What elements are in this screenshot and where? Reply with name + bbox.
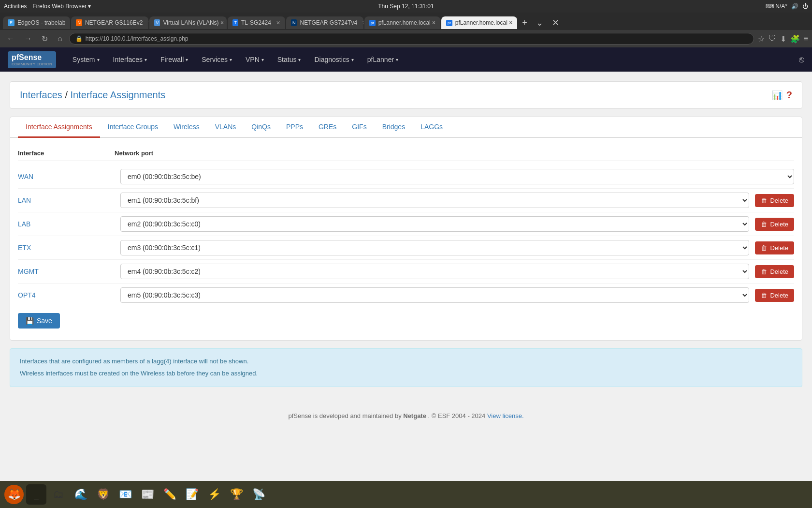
secure-icon: 🔒 xyxy=(75,35,83,42)
chart-icon[interactable]: 📊 xyxy=(772,90,783,101)
new-tab-button[interactable]: + xyxy=(518,16,531,30)
activities-label[interactable]: Activities xyxy=(4,3,27,10)
nav-menu: System ▾ Interfaces ▾ Firewall ▾ Service… xyxy=(66,47,405,72)
tab-gifs[interactable]: GIFs xyxy=(344,117,374,138)
tab-bridges[interactable]: Bridges xyxy=(375,117,413,138)
port-select-wan[interactable]: em0 (00:90:0b:3c:5c:be) em1 (00:90:0b:3c… xyxy=(120,169,794,184)
tab-favicon-pflanner2: pf xyxy=(446,20,452,26)
shield-icon[interactable]: 🛡 xyxy=(768,34,776,43)
nav-system[interactable]: System ▾ xyxy=(66,47,106,72)
footer-license-link[interactable]: View license. xyxy=(487,412,524,419)
logo-sub: COMMUNITY EDITION xyxy=(12,62,52,66)
os-bar-left: Activities Firefox Web Browser ▾ xyxy=(4,3,91,10)
tab-label-tlsg: TL-SG2424 xyxy=(241,19,271,26)
nav-interfaces[interactable]: Interfaces ▾ xyxy=(106,47,154,72)
tab-edgeos[interactable]: E EdgeOS - trabelab xyxy=(3,16,70,29)
tab-pflanner1[interactable]: pf pfLanner.home.local × xyxy=(364,16,440,29)
nav-pflanner[interactable]: pfLanner ▾ xyxy=(361,47,405,72)
port-select-lan[interactable]: em0 (00:90:0b:3c:5c:be) em1 (00:90:0b:3c… xyxy=(120,193,749,208)
footer-company: Netgate xyxy=(403,412,426,419)
tab-favicon-netgear1: N xyxy=(76,19,82,26)
tab-close-netgear1[interactable]: ✕ xyxy=(147,20,148,26)
tab-gres[interactable]: GREs xyxy=(311,117,344,138)
keyboard-indicator: ⌨ N/A° xyxy=(766,3,787,10)
tab-favicon-vlans: V xyxy=(154,19,160,26)
footer-brand: pfSense xyxy=(288,412,311,419)
power-icon[interactable]: ⏻ xyxy=(802,3,808,10)
logout-icon[interactable]: ⎋ xyxy=(799,55,804,65)
footer-copyright: . © ESF 2004 - 2024 xyxy=(428,412,487,419)
tab-laggs[interactable]: LAGGs xyxy=(413,117,450,138)
table-row: WAN em0 (00:90:0b:3c:5c:be) em1 (00:90:0… xyxy=(18,165,794,189)
nav-services[interactable]: Services ▾ xyxy=(195,47,239,72)
delete-label: Delete xyxy=(770,244,788,252)
delete-button-opt4[interactable]: 🗑 Delete xyxy=(755,289,794,302)
nav-vpn[interactable]: VPN ▾ xyxy=(239,47,271,72)
trash-icon: 🗑 xyxy=(761,244,767,252)
nav-diagnostics[interactable]: Diagnostics ▾ xyxy=(307,47,360,72)
delete-button-lab[interactable]: 🗑 Delete xyxy=(755,218,794,231)
tab-label-netgear2: NETGEAR GS724Tv4 xyxy=(300,19,357,26)
port-select-opt4[interactable]: em0 (00:90:0b:3c:5c:be) em1 (00:90:0b:3c… xyxy=(120,287,749,303)
tab-qinqs[interactable]: QinQs xyxy=(244,117,278,138)
chevron-down-icon: ▾ xyxy=(298,57,301,62)
forward-button[interactable]: → xyxy=(21,33,35,44)
chevron-down-icon: ▾ xyxy=(396,57,398,62)
volume-icon[interactable]: 🔊 xyxy=(791,3,798,10)
bookmark-icon[interactable]: ☆ xyxy=(758,34,765,44)
chevron-down-icon: ▾ xyxy=(230,57,232,62)
tab-ppps[interactable]: PPPs xyxy=(278,117,311,138)
tab-interface-groups[interactable]: Interface Groups xyxy=(100,117,166,138)
tab-label-pflanner1: pfLanner.home.local × xyxy=(378,19,435,26)
nav-bar: ← → ↻ ⌂ 🔒 https://10.100.0.1/interfaces_… xyxy=(0,30,812,47)
tab-close-tlsg[interactable]: ✕ xyxy=(276,20,280,26)
tab-vlans[interactable]: V Virtual LANs (VLANs) × xyxy=(149,16,227,29)
logo-text: pfSense xyxy=(12,53,52,62)
interface-name-lab: LAB xyxy=(18,220,115,228)
nav-status[interactable]: Status ▾ xyxy=(271,47,308,72)
os-bar-right: ⌨ N/A° 🔊 ⏻ xyxy=(766,3,808,10)
help-icon[interactable]: ? xyxy=(786,90,792,101)
nav-firewall[interactable]: Firewall ▾ xyxy=(154,47,195,72)
tab-netgear1[interactable]: N NETGEAR GS116Ev2 ✕ xyxy=(71,16,148,29)
os-bar: Activities Firefox Web Browser ▾ Thu Sep… xyxy=(0,0,812,13)
table-row: LAN em0 (00:90:0b:3c:5c:be) em1 (00:90:0… xyxy=(18,189,794,212)
table-header: Interface Network port xyxy=(18,146,794,161)
delete-button-mgmt[interactable]: 🗑 Delete xyxy=(755,265,794,278)
home-button[interactable]: ⌂ xyxy=(55,33,65,44)
breadcrumb-separator: / xyxy=(65,90,70,100)
tab-close-netgear2[interactable]: ✕ xyxy=(362,20,363,26)
port-select-mgmt[interactable]: em0 (00:90:0b:3c:5c:be) em1 (00:90:0b:3c… xyxy=(120,264,749,279)
tabs: Interface Assignments Interface Groups W… xyxy=(10,117,802,138)
download-icon[interactable]: ⬇ xyxy=(780,34,786,44)
reload-button[interactable]: ↻ xyxy=(39,33,51,45)
delete-button-lan[interactable]: 🗑 Delete xyxy=(755,194,794,207)
page-header: Interfaces / Interface Assignments 📊 ? xyxy=(10,81,802,109)
port-select-lab[interactable]: em0 (00:90:0b:3c:5c:be) em1 (00:90:0b:3c… xyxy=(120,216,749,232)
tab-list-button[interactable]: ⌄ xyxy=(532,15,547,30)
close-window-button[interactable]: ✕ xyxy=(548,15,563,30)
trash-icon: 🗑 xyxy=(761,197,767,204)
address-bar[interactable]: 🔒 https://10.100.0.1/interfaces_assign.p… xyxy=(69,33,754,45)
tab-wireless[interactable]: Wireless xyxy=(166,117,207,138)
tab-interface-assignments[interactable]: Interface Assignments xyxy=(18,117,100,138)
tab-tlsg[interactable]: T TL-SG2424 ✕ xyxy=(228,16,285,29)
menu-icon[interactable]: ≡ xyxy=(804,34,808,43)
browser-label[interactable]: Firefox Web Browser ▾ xyxy=(32,3,91,10)
breadcrumb-parent[interactable]: Interfaces xyxy=(20,90,62,100)
save-button[interactable]: 💾 Save xyxy=(18,313,60,329)
delete-button-etx[interactable]: 🗑 Delete xyxy=(755,241,794,254)
delete-label: Delete xyxy=(770,221,788,228)
back-button[interactable]: ← xyxy=(4,33,17,44)
tab-favicon-edgeos: E xyxy=(8,19,14,26)
interface-table: Interface Network port WAN em0 (00:90:0b… xyxy=(10,138,802,340)
tab-pflanner2[interactable]: pf pfLanner.home.local × xyxy=(441,16,517,29)
interface-name-wan: WAN xyxy=(18,173,115,180)
delete-label: Delete xyxy=(770,292,788,299)
pfsense-nav: pfSense COMMUNITY EDITION System ▾ Inter… xyxy=(0,47,812,72)
tab-favicon-pflanner1: pf xyxy=(369,20,376,26)
port-select-etx[interactable]: em0 (00:90:0b:3c:5c:be) em1 (00:90:0b:3c… xyxy=(120,240,749,255)
tab-vlans[interactable]: VLANs xyxy=(207,117,244,138)
extensions-icon[interactable]: 🧩 xyxy=(790,34,800,44)
tab-netgear2[interactable]: N NETGEAR GS724Tv4 ✕ xyxy=(286,16,363,29)
